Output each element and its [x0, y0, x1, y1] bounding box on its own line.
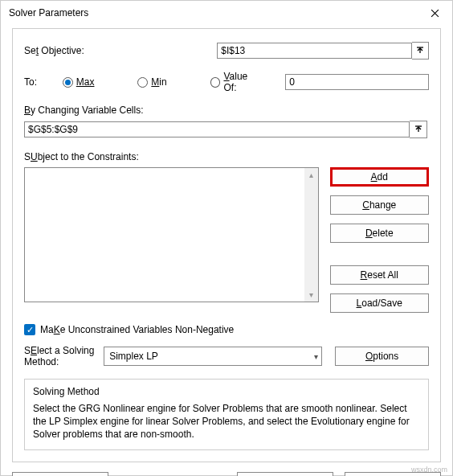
solving-method-desc-text: Select the GRG Nonlinear engine for Solv… — [33, 402, 420, 441]
scrollbar-vertical[interactable]: ▴ ▾ — [304, 168, 318, 302]
collapse-dialog-icon[interactable] — [410, 121, 427, 138]
change-button[interactable]: Change — [330, 195, 429, 215]
make-unconstrained-checkbox[interactable]: ✓ MaKe Unconstrained Variables Non-Negat… — [24, 324, 429, 335]
titlebar: Solver Parameters — [1, 1, 452, 25]
value-of-input[interactable] — [285, 74, 429, 90]
solving-method-description: Solving Method Select the GRG Nonlinear … — [24, 379, 429, 450]
radio-min[interactable]: Min — [137, 76, 166, 88]
window-title: Solver Parameters — [9, 7, 88, 18]
chevron-down-icon: ▾ — [314, 352, 318, 361]
scroll-down-icon[interactable]: ▾ — [304, 288, 318, 302]
constraints-listbox[interactable]: ▴ ▾ — [24, 167, 319, 302]
watermark: wsxdn.com — [411, 466, 447, 474]
by-changing-label: By Changing Variable Cells: — [24, 105, 429, 116]
collapse-dialog-icon[interactable] — [412, 42, 429, 60]
scroll-up-icon[interactable]: ▴ — [304, 168, 318, 182]
radio-icon — [137, 77, 148, 88]
objective-row: Set Objective: — [24, 42, 429, 60]
reset-all-button[interactable]: Reset All — [330, 265, 429, 285]
to-row: To: Max Min Value Of: — [24, 71, 429, 93]
add-button[interactable]: Add — [330, 167, 429, 187]
content-panel: Set Objective: To: Max Min — [12, 28, 441, 462]
delete-button[interactable]: Delete — [330, 224, 429, 243]
options-button[interactable]: Options — [335, 347, 429, 366]
load-save-button[interactable]: Load/Save — [330, 293, 429, 313]
radio-max[interactable]: Max — [63, 76, 95, 88]
solving-method-select[interactable]: Simplex LP ▾ — [104, 347, 322, 366]
radio-icon — [63, 77, 73, 88]
solving-method-label: SElect a Solving Method: — [24, 345, 97, 367]
radio-value-of[interactable]: Value Of: — [210, 71, 263, 93]
solving-method-value: Simplex LP — [109, 351, 158, 362]
set-objective-label: Set Objective: — [24, 45, 109, 56]
help-button[interactable]: Help — [12, 472, 108, 476]
objective-input[interactable] — [217, 43, 412, 59]
solver-parameters-dialog: Solver Parameters Set Objective: To: Max — [0, 0, 453, 476]
close-icon[interactable] — [418, 2, 451, 24]
changing-cells-input[interactable] — [24, 121, 410, 137]
constraints-label: SUbject to the Constraints: — [24, 151, 429, 162]
radio-icon — [210, 77, 221, 88]
checkbox-checked-icon: ✓ — [24, 324, 35, 335]
dialog-footer: Help Solve Close — [1, 462, 452, 476]
solving-method-desc-title: Solving Method — [33, 386, 420, 397]
solve-button[interactable]: Solve — [237, 472, 333, 476]
to-label: To: — [24, 76, 63, 88]
